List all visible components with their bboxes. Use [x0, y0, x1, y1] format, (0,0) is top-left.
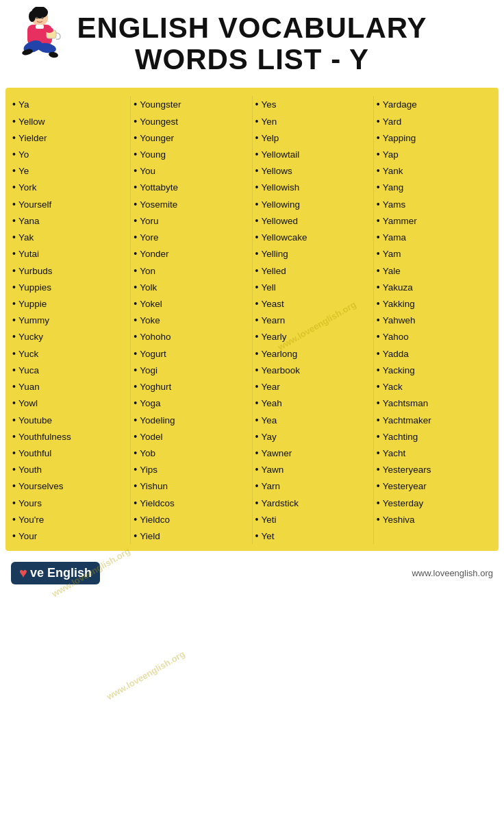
list-item: •Yell	[255, 279, 370, 295]
word-text: Yellow	[18, 114, 45, 129]
list-item: •Yield	[134, 528, 249, 544]
word-text: Yammer	[383, 213, 417, 229]
bullet-icon: •	[12, 312, 16, 328]
word-text: Yard	[383, 114, 402, 129]
word-text: Yank	[383, 163, 403, 179]
bullet-icon: •	[255, 378, 259, 395]
list-item: •Yachtsman	[377, 395, 492, 411]
word-text: Yokel	[140, 296, 162, 312]
bullet-icon: •	[255, 445, 259, 461]
word-text: Yellowcake	[261, 230, 307, 245]
list-item: •Yammer	[377, 212, 492, 229]
bullet-icon: •	[134, 179, 137, 195]
bullet-icon: •	[377, 212, 380, 229]
bullet-icon: •	[377, 345, 380, 362]
word-text: Youngster	[140, 97, 181, 112]
column-1: •Ya•Yellow•Yielder•Yo•Ye•York•Yourself•Y…	[10, 96, 131, 544]
bullet-icon: •	[255, 395, 259, 411]
bullet-icon: •	[12, 146, 16, 162]
list-item: •Yohoho	[134, 328, 249, 345]
list-item: •Yoga	[134, 395, 249, 411]
list-item: •Yielder	[12, 129, 127, 146]
list-item: •Yieldcos	[134, 495, 249, 511]
bullet-icon: •	[12, 511, 16, 528]
list-item: •Yama	[377, 229, 492, 245]
list-item: •Yellowing	[255, 196, 370, 212]
word-text: Yadda	[383, 346, 409, 362]
bullet-icon: •	[12, 495, 16, 511]
bullet-icon: •	[377, 162, 380, 179]
bullet-icon: •	[255, 461, 259, 478]
word-text: Yearlong	[261, 346, 297, 362]
word-text: Yacht	[383, 445, 406, 461]
bullet-icon: •	[12, 212, 16, 229]
list-item: •Yam	[377, 245, 492, 262]
bullet-icon: •	[255, 328, 259, 345]
word-text: Yang	[383, 180, 404, 195]
bullet-icon: •	[134, 129, 137, 146]
bullet-icon: •	[255, 528, 259, 544]
word-text: Young	[140, 147, 166, 162]
word-text: Yoke	[140, 312, 160, 328]
list-item: •Yuppie	[12, 295, 127, 312]
list-item: •Yodeling	[134, 412, 249, 428]
list-item: •Yuca	[12, 362, 127, 378]
word-text: Yoghurt	[140, 379, 171, 395]
list-item: •Yourself	[12, 196, 127, 212]
word-text: Yeast	[261, 296, 284, 312]
bullet-icon: •	[255, 196, 259, 212]
list-item: •Yodel	[134, 428, 249, 445]
bullet-icon: •	[255, 129, 259, 146]
list-item: •Yardstick	[255, 495, 370, 511]
bullet-icon: •	[377, 312, 380, 328]
word-text: Youthfulness	[18, 429, 71, 445]
list-item: •Yak	[12, 229, 127, 245]
word-text: Yearn	[261, 312, 285, 328]
footer-logo: ♥ ve English	[11, 562, 100, 584]
word-text: Yodeling	[140, 412, 175, 428]
list-item: •Yet	[255, 528, 370, 544]
content-area: www.loveenglish.org www.loveenglish.org …	[5, 88, 499, 551]
list-item: •Yellowtail	[255, 146, 370, 162]
word-text: Yeti	[261, 512, 276, 528]
word-text: Yourself	[18, 197, 51, 212]
word-text: Yield	[140, 528, 160, 544]
list-item: •Youth	[12, 461, 127, 478]
bullet-icon: •	[255, 412, 259, 428]
word-text: Yawn	[261, 462, 284, 478]
bullet-icon: •	[255, 229, 259, 245]
list-item: •Yogurt	[134, 345, 249, 362]
bullet-icon: •	[134, 113, 137, 129]
word-text: Ya	[18, 97, 29, 112]
list-item: •Yips	[134, 461, 249, 478]
word-text: Youngest	[140, 114, 178, 129]
word-text: Year	[261, 379, 279, 395]
bullet-icon: •	[12, 528, 16, 544]
list-item: •Yowl	[12, 395, 127, 411]
word-text: Yowl	[18, 395, 38, 411]
footer-url: www.loveenglish.org	[412, 568, 493, 578]
list-item: •You're	[12, 511, 127, 528]
list-item: •Yack	[377, 378, 492, 395]
list-item: •Younger	[134, 129, 249, 146]
word-text: Yourselves	[18, 478, 64, 494]
word-text: Yelp	[261, 130, 279, 146]
bullet-icon: •	[12, 96, 16, 112]
list-item: •Yellowcake	[255, 229, 370, 245]
list-item: •Yonder	[134, 245, 249, 262]
word-text: Youthful	[18, 445, 51, 461]
word-text: Yama	[383, 230, 406, 245]
bullet-icon: •	[12, 129, 16, 146]
list-item: •Yearly	[255, 328, 370, 345]
word-text: Yap	[383, 147, 399, 162]
list-item: •Yawn	[255, 461, 370, 478]
list-item: •Yahweh	[377, 312, 492, 328]
list-item: •Yardage	[377, 96, 492, 112]
list-item: •Yard	[377, 113, 492, 129]
word-text: Yardage	[383, 97, 417, 112]
list-item: •Yams	[377, 196, 492, 212]
word-text: Yarn	[261, 478, 280, 494]
word-text: Yesteryear	[383, 478, 427, 494]
word-text: Yachting	[383, 429, 418, 445]
list-item: •Yishun	[134, 478, 249, 494]
